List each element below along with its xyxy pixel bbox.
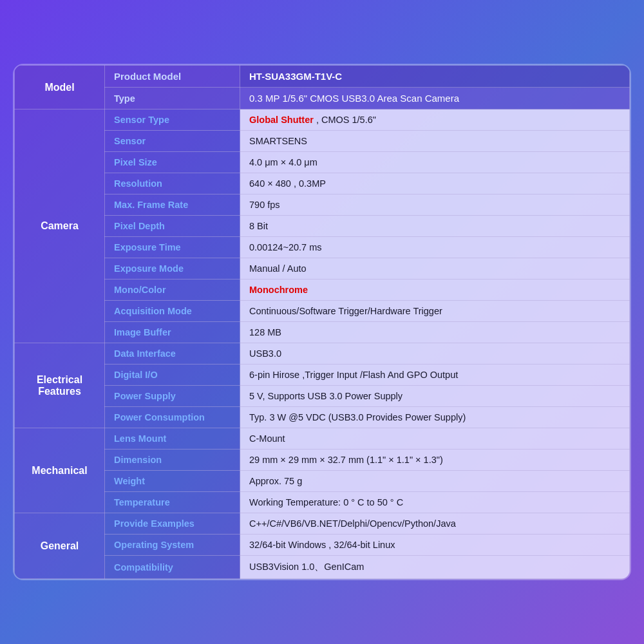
data-interface-value: USB3.0 (240, 343, 630, 365)
electrical-data-interface-row: Electrical Features Data Interface USB3.… (15, 343, 630, 365)
resolution-value: 640 × 480 , 0.3MP (240, 173, 630, 194)
general-operating-system-row: Operating System 32/64-bit Windows , 32/… (15, 535, 630, 556)
pixel-depth-value: 8 Bit (240, 216, 630, 237)
sensor-label: Sensor (105, 131, 240, 152)
pixel-size-value: 4.0 μm × 4.0 μm (240, 152, 630, 173)
operating-system-label: Operating System (105, 535, 240, 556)
general-provide-examples-row: General Provide Examples C++/C#/VB6/VB.N… (15, 513, 630, 535)
sensor-type-suffix: , CMOS 1/5.6" (316, 115, 376, 125)
mechanical-lens-mount-row: Mechanical Lens Mount C-Mount (15, 428, 630, 450)
camera-pixel-depth-row: Pixel Depth 8 Bit (15, 216, 630, 237)
model-category: Model (15, 66, 105, 109)
weight-value: Approx. 75 g (240, 471, 630, 492)
camera-sensor-row: Sensor SMARTSENS (15, 131, 630, 152)
sensor-type-value: Global Shutter , CMOS 1/5.6" (240, 109, 630, 131)
model-product-model-row: Model Product Model HT-SUA33GM-T1V-C (15, 66, 630, 88)
compatibility-label: Compatibility (105, 556, 240, 579)
temperature-label: Temperature (105, 492, 240, 513)
camera-exposure-mode-row: Exposure Mode Manual / Auto (15, 258, 630, 279)
frame-rate-value: 790 fps (240, 194, 630, 216)
provide-examples-label: Provide Examples (105, 513, 240, 535)
camera-resolution-row: Resolution 640 × 480 , 0.3MP (15, 173, 630, 194)
camera-mono-color-row: Mono/Color Monochrome (15, 279, 630, 301)
electrical-power-consumption-row: Power Consumption Typ. 3 W @5 VDC (USB3.… (15, 407, 630, 428)
mechanical-dimension-row: Dimension 29 mm × 29 mm × 32.7 mm (1.1" … (15, 450, 630, 471)
power-consumption-value: Typ. 3 W @5 VDC (USB3.0 Provides Power S… (240, 407, 630, 428)
camera-acquisition-mode-row: Acquisition Mode Continuous/Software Tri… (15, 301, 630, 322)
mechanical-category: Mechanical (15, 428, 105, 513)
mechanical-weight-row: Weight Approx. 75 g (15, 471, 630, 492)
provide-examples-value: C++/C#/VB6/VB.NET/Delphi/Opencv/Python/J… (240, 513, 630, 535)
monochrome-text: Monochrome (249, 285, 308, 295)
compatibility-value: USB3Vision 1.0、GenICam (240, 556, 630, 579)
dimension-label: Dimension (105, 450, 240, 471)
mechanical-temperature-row: Temperature Working Temperature: 0 ° C t… (15, 492, 630, 513)
mono-color-value: Monochrome (240, 279, 630, 301)
mono-color-label: Mono/Color (105, 279, 240, 301)
lens-mount-value: C-Mount (240, 428, 630, 450)
electrical-category: Electrical Features (15, 343, 105, 428)
power-supply-value: 5 V, Supports USB 3.0 Power Supply (240, 386, 630, 407)
resolution-label: Resolution (105, 173, 240, 194)
pixel-size-label: Pixel Size (105, 152, 240, 173)
model-type-row: Type 0.3 MP 1/5.6" CMOS USB3.0 Area Scan… (15, 88, 630, 109)
type-label: Type (105, 88, 240, 109)
camera-frame-rate-row: Max. Frame Rate 790 fps (15, 194, 630, 216)
frame-rate-label: Max. Frame Rate (105, 194, 240, 216)
spec-table: Model Product Model HT-SUA33GM-T1V-C Typ… (14, 65, 630, 579)
exposure-mode-value: Manual / Auto (240, 258, 630, 279)
global-shutter-text: Global Shutter (249, 115, 314, 125)
camera-sensor-type-row: Camera Sensor Type Global Shutter , CMOS… (15, 109, 630, 131)
camera-image-buffer-row: Image Buffer 128 MB (15, 322, 630, 343)
type-value: 0.3 MP 1/5.6" CMOS USB3.0 Area Scan Came… (240, 88, 630, 109)
camera-pixel-size-row: Pixel Size 4.0 μm × 4.0 μm (15, 152, 630, 173)
spec-table-container: Model Product Model HT-SUA33GM-T1V-C Typ… (13, 64, 631, 580)
dimension-value: 29 mm × 29 mm × 32.7 mm (1.1" × 1.1" × 1… (240, 450, 630, 471)
exposure-mode-label: Exposure Mode (105, 258, 240, 279)
camera-exposure-time-row: Exposure Time 0.00124~20.7 ms (15, 237, 630, 258)
exposure-time-value: 0.00124~20.7 ms (240, 237, 630, 258)
product-model-label: Product Model (105, 66, 240, 88)
digital-io-value: 6-pin Hirose ,Trigger Input /Flash And G… (240, 365, 630, 386)
data-interface-label: Data Interface (105, 343, 240, 365)
sensor-type-label: Sensor Type (105, 109, 240, 131)
product-model-value: HT-SUA33GM-T1V-C (240, 66, 630, 88)
lens-mount-label: Lens Mount (105, 428, 240, 450)
pixel-depth-label: Pixel Depth (105, 216, 240, 237)
weight-label: Weight (105, 471, 240, 492)
power-consumption-label: Power Consumption (105, 407, 240, 428)
exposure-time-label: Exposure Time (105, 237, 240, 258)
general-compatibility-row: Compatibility USB3Vision 1.0、GenICam (15, 556, 630, 579)
electrical-digital-io-row: Digital I/O 6-pin Hirose ,Trigger Input … (15, 365, 630, 386)
camera-category: Camera (15, 109, 105, 343)
image-buffer-label: Image Buffer (105, 322, 240, 343)
image-buffer-value: 128 MB (240, 322, 630, 343)
general-category: General (15, 513, 105, 579)
acquisition-mode-value: Continuous/Software Trigger/Hardware Tri… (240, 301, 630, 322)
sensor-value: SMARTSENS (240, 131, 630, 152)
digital-io-label: Digital I/O (105, 365, 240, 386)
temperature-value: Working Temperature: 0 ° C to 50 ° C (240, 492, 630, 513)
operating-system-value: 32/64-bit Windows , 32/64-bit Linux (240, 535, 630, 556)
electrical-power-supply-row: Power Supply 5 V, Supports USB 3.0 Power… (15, 386, 630, 407)
power-supply-label: Power Supply (105, 386, 240, 407)
acquisition-mode-label: Acquisition Mode (105, 301, 240, 322)
